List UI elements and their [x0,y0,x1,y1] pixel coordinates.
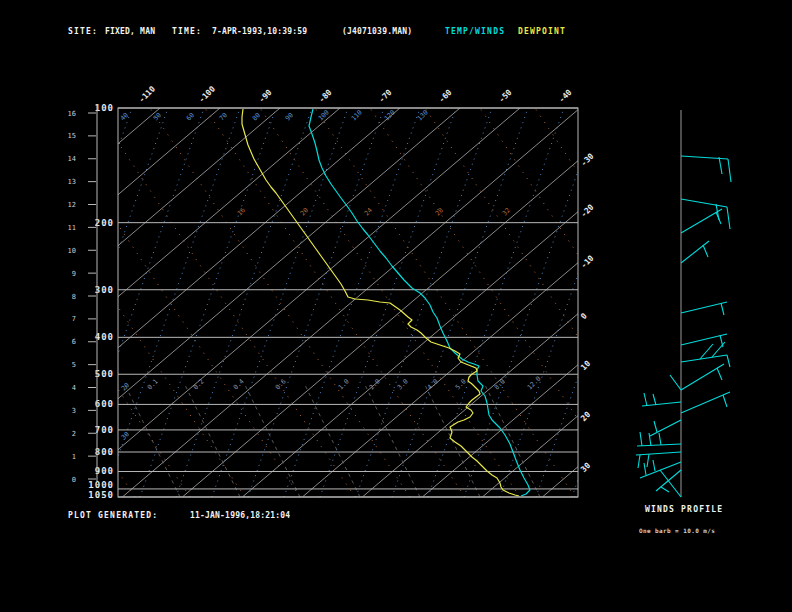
svg-text:1000: 1000 [88,480,114,490]
svg-text:10: 10 [579,359,592,372]
background-line-families [0,108,792,497]
svg-text:-50: -50 [497,88,514,105]
dewpoint-curve [242,109,519,496]
svg-text:70: 70 [218,111,229,122]
svg-text:3: 3 [72,407,76,415]
svg-text:500: 500 [95,369,114,379]
svg-text:5: 5 [72,361,76,369]
sounding-app-window: SITE: FIXED, MAN TIME: 7-APR-1993,10:39:… [0,0,792,612]
temperature-tick-labels: -110-100-90-80-70-60-50-40-30-20-1001020… [137,84,596,474]
svg-text:3.0: 3.0 [396,377,410,391]
svg-text:12: 12 [68,201,76,209]
svg-text:110: 110 [350,108,364,122]
svg-text:14: 14 [68,155,76,163]
svg-text:16: 16 [68,110,76,118]
svg-text:1.0: 1.0 [337,377,351,391]
svg-text:4.0: 4.0 [426,377,440,391]
svg-text:0: 0 [579,311,589,321]
svg-text:2.0: 2.0 [368,377,382,391]
svg-text:100: 100 [95,103,114,113]
svg-text:0.4: 0.4 [232,377,246,391]
svg-text:40: 40 [119,111,130,122]
svg-text:0: 0 [72,476,76,484]
svg-text:4: 4 [72,384,76,392]
svg-text:10: 10 [68,247,76,255]
svg-text:6: 6 [72,338,76,346]
temp-curve [309,109,530,496]
svg-text:-10: -10 [579,253,596,270]
svg-text:-30: -30 [579,151,596,168]
svg-text:800: 800 [95,447,114,457]
svg-text:-20: -20 [579,202,596,219]
plot-generated-label: PLOT GENERATED: [68,511,158,520]
svg-text:-60: -60 [437,88,454,105]
svg-text:7: 7 [72,315,76,323]
svg-text:5.0: 5.0 [454,377,468,391]
svg-text:60: 60 [185,111,196,122]
svg-text:-110: -110 [137,84,157,104]
svg-text:900: 900 [95,466,114,476]
svg-text:13: 13 [68,178,76,186]
svg-text:90: 90 [284,111,295,122]
svg-text:20: 20 [579,410,592,423]
winds-profile-title: WINDS PROFILE [645,505,723,514]
svg-text:9: 9 [72,270,76,278]
svg-text:28: 28 [434,206,445,217]
pressure-gridlines [118,108,578,497]
svg-text:50: 50 [152,111,163,122]
svg-text:24: 24 [363,206,374,217]
left-axes: 1002003004005006007008009001000105001234… [68,103,114,500]
svg-text:-90: -90 [257,88,274,105]
svg-text:100: 100 [317,108,331,122]
skewt-chart: 40506070809010011012013016202428320.10.2… [0,0,792,612]
wind-barb-profile [636,110,731,497]
svg-text:20: 20 [120,381,131,392]
svg-text:8.0: 8.0 [493,377,507,391]
svg-text:2: 2 [72,430,76,438]
svg-text:30: 30 [579,461,592,474]
svg-text:16: 16 [236,206,247,217]
isotherm-lines [0,108,792,497]
svg-text:130: 130 [416,108,430,122]
svg-text:300: 300 [95,285,114,295]
svg-text:0.2: 0.2 [192,377,206,391]
svg-text:80: 80 [251,111,262,122]
svg-text:0.6: 0.6 [274,377,288,391]
winds-profile-subtitle: One barb = 10.0 m/s [639,527,715,534]
svg-text:600: 600 [95,399,114,409]
svg-text:1: 1 [72,453,76,461]
svg-text:-100: -100 [197,84,217,104]
svg-text:-40: -40 [557,88,574,105]
svg-text:1050: 1050 [88,490,114,500]
svg-text:400: 400 [95,332,114,342]
svg-text:32: 32 [501,206,512,217]
svg-text:11: 11 [68,224,76,232]
plot-generated-value: 11-JAN-1996,18:21:04 [190,511,290,520]
svg-text:-80: -80 [317,88,334,105]
svg-text:8: 8 [72,293,76,301]
svg-text:15: 15 [68,132,76,140]
svg-text:20: 20 [299,206,310,217]
svg-text:12.0: 12.0 [526,375,543,392]
svg-text:700: 700 [95,425,114,435]
svg-text:-70: -70 [377,88,394,105]
svg-text:0.1: 0.1 [146,377,160,391]
svg-text:200: 200 [95,218,114,228]
